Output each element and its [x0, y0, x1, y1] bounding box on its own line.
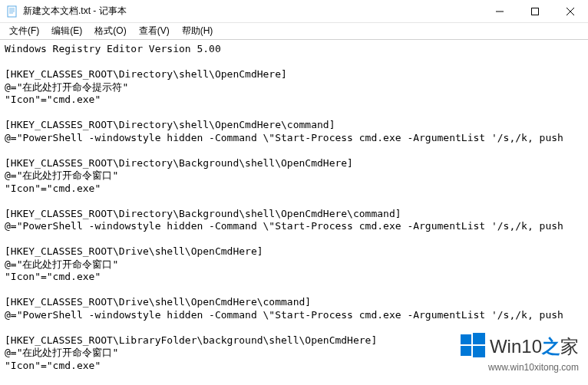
menubar: 文件(F) 编辑(E) 格式(O) 查看(V) 帮助(H)	[0, 23, 588, 40]
menu-format[interactable]: 格式(O)	[88, 23, 132, 39]
menu-file[interactable]: 文件(F)	[3, 23, 45, 39]
menu-help[interactable]: 帮助(H)	[176, 23, 220, 39]
text-content[interactable]: Windows Registry Editor Version 5.00 [HK…	[0, 40, 588, 385]
close-button[interactable]	[553, 0, 588, 22]
svg-rect-6	[532, 8, 539, 15]
maximize-button[interactable]	[517, 0, 553, 22]
menu-view[interactable]: 查看(V)	[133, 23, 176, 39]
titlebar: 新建文本文档.txt - 记事本	[0, 0, 588, 23]
menu-edit[interactable]: 编辑(E)	[45, 23, 88, 39]
notepad-icon	[6, 5, 18, 18]
minimize-button[interactable]	[482, 0, 517, 22]
window-controls	[482, 0, 588, 22]
window-title: 新建文本文档.txt - 记事本	[23, 5, 482, 18]
